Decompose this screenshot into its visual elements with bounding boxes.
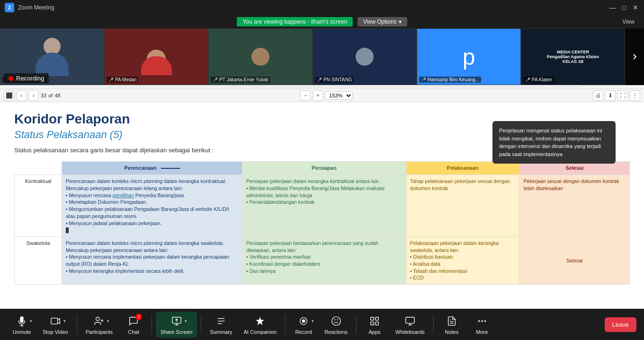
unmute-icon: ▾ xyxy=(15,314,28,328)
notes-label: Notes xyxy=(445,329,458,335)
page-forward-btn[interactable]: › xyxy=(28,90,39,101)
more-icon xyxy=(475,314,489,328)
svg-point-3 xyxy=(96,317,99,320)
record-label: Record xyxy=(295,329,312,335)
leave-button[interactable]: Leave xyxy=(605,317,636,332)
ai-companion-button[interactable]: AI Companion xyxy=(239,312,281,338)
swakelola-persiapan: Persiapan pekerjaan berdasarkan perencan… xyxy=(242,236,406,284)
record-icon: ▾ xyxy=(297,314,310,328)
view-top-button[interactable]: View xyxy=(622,18,635,25)
swakelola-pelaksanaan: Pelaksanaan pekerjaan dalam kerangka swa… xyxy=(406,236,519,284)
summary-icon xyxy=(215,314,228,328)
thumbnails-next-button[interactable] xyxy=(625,28,644,85)
divider-4 xyxy=(285,315,286,334)
svg-rect-2 xyxy=(51,318,58,324)
reactions-icon xyxy=(330,314,343,328)
share-screen-button[interactable]: ▾ Share Screen xyxy=(156,312,197,338)
thumbnail-3[interactable]: 🎤 PT Jakarta-Emie Yuliati xyxy=(208,28,313,85)
bottom-toolbar: ▾ Unmute ▾ Stop Video ▾ xyxy=(0,309,644,340)
view-options-button[interactable]: View Options ▾ xyxy=(358,17,407,26)
divider-1 xyxy=(77,315,77,334)
browser-area: A 2024 - Aplikasi Pelaporan Resi... ✕ P … xyxy=(0,57,644,309)
titlebar: Z Zoom Meeting — □ ✕ xyxy=(0,0,644,15)
notes-icon xyxy=(445,314,458,328)
thumb-label-6: 🎤 PA Klaten xyxy=(523,77,554,83)
divider-6 xyxy=(433,315,434,334)
apps-label: Apps xyxy=(369,329,381,335)
unmute-button[interactable]: ▾ Unmute xyxy=(8,312,36,338)
zoom-logo: Z xyxy=(5,3,14,12)
more-button[interactable]: More xyxy=(468,312,496,338)
swakelola-selesai: Selesai xyxy=(519,236,630,284)
page-total: 48 xyxy=(54,93,60,98)
svg-rect-16 xyxy=(376,322,378,324)
participants-button[interactable]: ▾ Participants xyxy=(81,312,117,338)
chat-icon: 2 xyxy=(127,314,140,328)
participants-label: Participants xyxy=(86,329,113,335)
notes-button[interactable]: Notes xyxy=(438,312,466,338)
kontraktual-perencanaan: Perencanaan dalam konteks micro planning… xyxy=(62,175,242,237)
table-row-kontraktual: Kontraktual Perencanaan dalam konteks mi… xyxy=(15,175,630,237)
divider-3 xyxy=(201,315,201,334)
participants-icon: ▾ xyxy=(92,314,106,328)
thumbnail-6[interactable]: MEDIA CENTERPengadilan Agama KlatenKELAS… xyxy=(521,28,625,85)
recording-label: Recording xyxy=(16,75,44,82)
chat-badge: 2 xyxy=(135,314,142,320)
print-btn[interactable]: 🖨 xyxy=(593,90,603,101)
download-btn[interactable]: ⬇ xyxy=(605,90,616,101)
zoom-select[interactable]: 153% 100% 125% 150% 200% xyxy=(325,91,353,100)
chat-label: Chat xyxy=(128,329,139,335)
page-back-btn[interactable]: ‹ xyxy=(16,90,27,101)
apps-icon xyxy=(368,314,381,328)
label-kontraktual: Kontraktual xyxy=(15,175,62,237)
whiteboards-button[interactable]: Whiteboards xyxy=(391,312,429,338)
kontraktual-selesai: Pekerjaan sesuai dengan dokumen kontrak … xyxy=(519,175,630,237)
divider-5 xyxy=(356,315,357,334)
recording-badge: Recording xyxy=(4,73,49,83)
kontraktual-pelaksanaan: Tahap pelaksanaan pekerjaan sesuai denga… xyxy=(406,175,519,237)
swakelola-perencanaan: Perencanaan dalam konteks micro planning… xyxy=(62,236,242,284)
zoom-minus-btn[interactable]: − xyxy=(300,90,311,101)
document-content: Koridor Pelaporan Status Pelaksanaan (5)… xyxy=(0,102,644,309)
doc-note-box: Penjelasan mengenai status pelaksanaan i… xyxy=(492,121,616,164)
ai-companion-label: AI Companion xyxy=(243,329,277,335)
svg-rect-15 xyxy=(371,322,374,324)
zoom-plus-btn[interactable]: + xyxy=(313,90,323,101)
divider-2 xyxy=(152,315,152,334)
whiteboards-label: Whiteboards xyxy=(395,329,425,335)
kontraktual-persiapan: Persiapan pekerjaan dalam kerangka kontr… xyxy=(242,175,406,237)
record-button[interactable]: ▾ Record xyxy=(289,312,318,338)
rec-dot-icon xyxy=(9,76,13,81)
page-zoom-bar: ⬛ ‹ › 33 of 48 − + 153% 100% 125% 150% 2… xyxy=(0,89,644,102)
thumbnail-2[interactable]: 🎤 PA Medan xyxy=(104,28,208,85)
reactions-button[interactable]: Reactions xyxy=(320,312,352,338)
stop-video-icon: ▾ xyxy=(49,314,62,328)
svg-point-9 xyxy=(302,320,305,323)
notification-bar: You are viewing bappens - ilham's screen… xyxy=(0,15,644,28)
stop-video-label: Stop Video xyxy=(43,329,68,335)
page-current: 33 xyxy=(41,93,46,98)
summary-button[interactable]: Summary xyxy=(205,312,237,338)
maximize-button[interactable]: □ xyxy=(620,4,628,11)
page-nav-left: ⬛ xyxy=(4,90,14,101)
minimize-button[interactable]: — xyxy=(609,4,617,11)
stop-video-button[interactable]: ▾ Stop Video xyxy=(38,312,73,338)
more-pdf-btn[interactable]: ⋮ xyxy=(630,90,640,101)
app-title: Zoom Meeting xyxy=(18,4,54,11)
label-swakelola: Swakelola xyxy=(15,236,62,284)
ai-companion-icon xyxy=(253,314,267,328)
toolbar-left-group: ▾ Unmute ▾ Stop Video ▾ xyxy=(8,312,496,338)
thumb-label-5: 🎤 Hamsarip Biro Keuang... xyxy=(419,77,481,83)
svg-rect-14 xyxy=(376,317,378,320)
apps-button[interactable]: Apps xyxy=(360,312,389,338)
thumbnail-4[interactable]: 🎤 PN SINTANG xyxy=(313,28,417,85)
thumbnail-5[interactable]: p 🎤 Hamsarip Biro Keuang... xyxy=(417,28,521,85)
thumb-label-3: 🎤 PT Jakarta-Emie Yuliati xyxy=(211,77,270,83)
chat-button[interactable]: 2 Chat xyxy=(119,312,148,338)
close-button[interactable]: ✕ xyxy=(632,4,639,11)
doc-table: Perencanaan Persiapan Pelaksanaan Selesa… xyxy=(14,161,630,285)
unmute-label: Unmute xyxy=(13,329,31,335)
thumb-label-2: 🎤 PA Medan xyxy=(107,77,138,83)
expand-btn[interactable]: ⛶ xyxy=(617,90,628,101)
share-screen-label: Share Screen xyxy=(161,329,192,335)
